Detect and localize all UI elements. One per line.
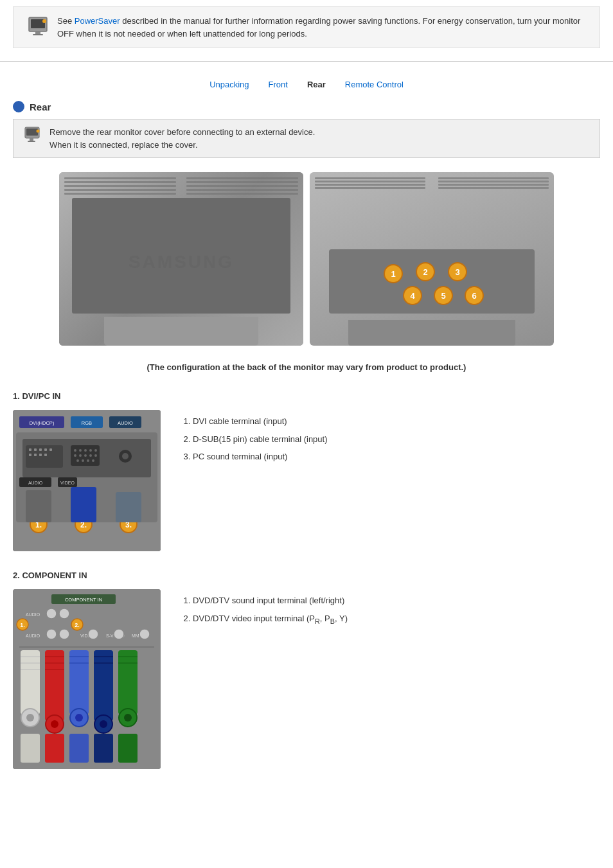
svg-rect-68: [26, 490, 51, 522]
svg-point-50: [89, 454, 92, 457]
svg-rect-120: [69, 734, 89, 763]
dvi-connector-image: DVI(HDCP) RGB AUDIO: [13, 410, 161, 551]
svg-text:2: 2: [423, 267, 427, 277]
rear-bullet-icon: [13, 101, 24, 112]
rear-monitor-inner: 1 2 3 4 5 6: [310, 172, 554, 346]
dvi-item-3: PC sound terminal (input): [193, 448, 328, 466]
svg-rect-38: [34, 454, 37, 456]
svg-point-9: [37, 130, 40, 133]
svg-point-49: [84, 454, 87, 457]
svg-point-80: [46, 629, 57, 639]
tab-remote-control[interactable]: Remote Control: [345, 80, 404, 89]
svg-point-53: [82, 459, 84, 462]
svg-text:AUDIO: AUDIO: [28, 481, 43, 485]
svg-rect-103: [118, 650, 138, 714]
svg-rect-35: [44, 448, 47, 451]
svg-point-76: [59, 608, 69, 619]
front-monitor-stand: [104, 317, 258, 346]
nav-tabs: Unpacking Front Rear Remote Control: [0, 75, 613, 94]
svg-point-102: [100, 720, 107, 728]
svg-point-43: [79, 449, 82, 452]
svg-text:5: 5: [441, 291, 445, 301]
svg-point-55: [92, 459, 94, 462]
svg-point-57: [122, 453, 129, 459]
rear-heading: Rear: [0, 98, 613, 115]
svg-text:AUDIO: AUDIO: [26, 612, 40, 617]
svg-point-105: [124, 714, 132, 722]
monitor-rear-image: 1 2 3 4 5 6: [310, 172, 554, 346]
tab-unpacking[interactable]: Unpacking: [209, 80, 249, 89]
dvi-section: DVI(HDCP) RGB AUDIO: [0, 405, 613, 564]
svg-point-83: [88, 629, 98, 639]
samsung-logo: SAMSUNG: [129, 252, 234, 272]
svg-rect-119: [45, 734, 64, 763]
svg-rect-122: [118, 734, 138, 763]
svg-rect-118: [21, 734, 40, 763]
svg-text:2.: 2.: [75, 622, 80, 628]
svg-point-42: [74, 449, 76, 452]
dvi-item-1: DVI cable terminal (input): [193, 412, 328, 430]
notice-box: See PowerSaver described in the manual f…: [13, 6, 600, 48]
svg-point-96: [51, 720, 58, 728]
svg-rect-31: [26, 445, 63, 468]
info-box-text: Remove the rear monitor cover before con…: [49, 126, 315, 151]
component-connector-list: DVD/DTV sound input terminal (left/right…: [180, 589, 348, 769]
section-divider: [0, 61, 613, 62]
rear-vents-top: [315, 177, 549, 189]
monitor-front-image: SAMSUNG: [59, 172, 303, 346]
svg-point-87: [139, 629, 150, 639]
svg-rect-2: [35, 31, 40, 34]
front-monitor-inner: SAMSUNG: [59, 172, 303, 346]
component-section-header: 2. COMPONENT IN: [0, 564, 613, 584]
tab-rear[interactable]: Rear: [307, 80, 326, 89]
rear-port-area: 1 2 3 4 5 6: [329, 249, 535, 314]
rear-monitor-stand: [348, 320, 515, 346]
tab-front[interactable]: Front: [269, 80, 288, 89]
svg-rect-91: [21, 650, 40, 714]
svg-rect-34: [39, 448, 42, 451]
powersaver-link[interactable]: PowerSaver: [75, 16, 120, 26]
front-vents-top: [64, 177, 298, 195]
svg-point-46: [94, 449, 97, 452]
svg-text:VIDEO: VIDEO: [60, 481, 75, 485]
svg-rect-94: [45, 650, 64, 721]
vent-block-2: [186, 177, 298, 195]
svg-text:3: 3: [455, 267, 459, 277]
svg-rect-121: [94, 734, 113, 763]
config-note: (The configuration at the back of the mo…: [0, 356, 613, 385]
svg-rect-6: [26, 128, 38, 136]
svg-text:DVI(HDCP): DVI(HDCP): [30, 420, 55, 426]
svg-text:RGB: RGB: [82, 420, 92, 426]
component-item-2: DVD/DTV video input terminal (PR, PB, Y): [193, 610, 348, 629]
monitor-images: SAMSUNG: [0, 162, 613, 356]
svg-point-81: [59, 629, 69, 639]
component-section: COMPONENT IN AUDIO 1. AUDIO VIDEO S-VIDE…: [0, 584, 613, 782]
svg-text:1: 1: [391, 269, 395, 279]
svg-text:AUDIO: AUDIO: [26, 633, 40, 638]
svg-rect-40: [44, 454, 47, 456]
dvi-section-header: 1. DVI/PC IN: [0, 385, 613, 405]
vent-block-1: [64, 177, 176, 195]
rear-vent-block-1: [315, 177, 425, 189]
svg-rect-32: [29, 448, 31, 451]
svg-text:6: 6: [472, 291, 476, 301]
svg-rect-37: [29, 454, 31, 456]
dvi-item-2: D-SUB(15 pin) cable terminal (input): [193, 430, 328, 448]
svg-point-54: [87, 459, 89, 462]
svg-rect-7: [30, 138, 33, 141]
svg-rect-39: [39, 454, 42, 456]
svg-text:AUDIO: AUDIO: [118, 420, 133, 426]
svg-point-47: [74, 454, 76, 457]
rear-title: Rear: [30, 102, 51, 112]
component-connector-image: COMPONENT IN AUDIO 1. AUDIO VIDEO S-VIDE…: [13, 589, 161, 769]
rear-vent-block-2: [438, 177, 549, 189]
svg-rect-100: [94, 650, 113, 721]
svg-point-4: [42, 19, 46, 23]
front-screen-area: SAMSUNG: [72, 198, 290, 314]
svg-point-45: [89, 449, 92, 452]
svg-rect-69: [71, 487, 96, 522]
svg-point-93: [26, 714, 34, 722]
svg-point-48: [79, 454, 82, 457]
svg-text:1.: 1.: [20, 622, 25, 628]
dvi-connector-list: DVI cable terminal (input) D-SUB(15 pin)…: [180, 410, 328, 551]
